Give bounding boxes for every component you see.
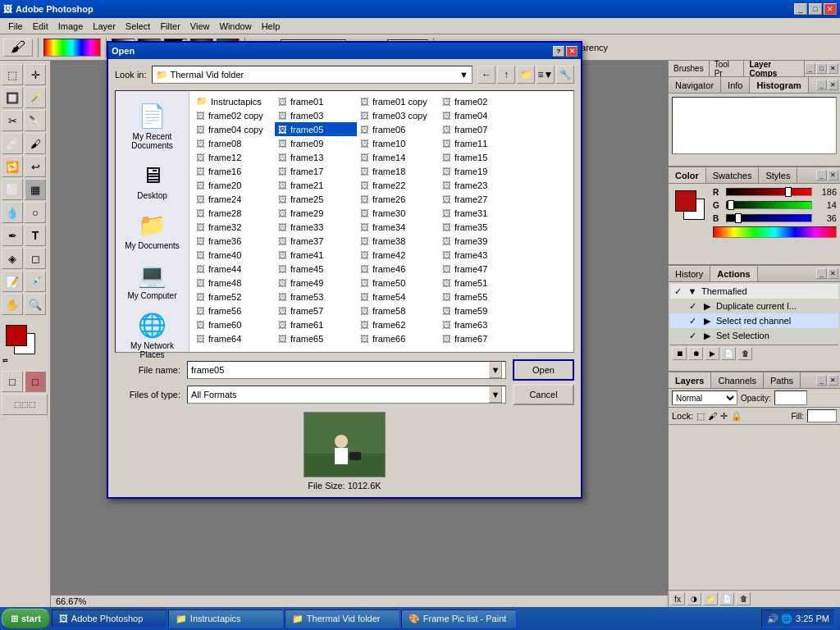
minimize-button[interactable]: _ [794,3,807,15]
hand-tool[interactable]: ✋ [2,294,23,315]
menu-file[interactable]: File [3,20,28,33]
dialog-help-btn[interactable]: ? [553,46,564,57]
lock-all-icon[interactable]: 🔒 [731,411,742,422]
history-brush[interactable]: ↩ [25,156,46,177]
dodge-tool[interactable]: ○ [25,202,46,223]
g-slider[interactable] [726,201,812,209]
file-item-frame49[interactable]: 🖼 frame49 [275,276,357,290]
action-row-1[interactable]: ✓ ▶ Duplicate current l... [670,299,838,313]
heal-tool[interactable]: 🩹 [2,133,23,154]
eyedropper-tool[interactable]: 💉 [25,271,46,292]
file-item-frame58[interactable]: 🖼 frame58 [357,304,439,317]
file-item-frame35[interactable]: 🖼 frame35 [439,220,521,234]
file-item-frame05[interactable]: 🖼 frame05 [275,122,357,136]
color-spectrum[interactable] [713,226,837,238]
file-item-frame21[interactable]: 🖼 frame21 [275,178,357,192]
delete-layer-btn[interactable]: 🗑 [736,592,751,605]
color-collapse[interactable]: _ [816,170,827,180]
histogram-close[interactable]: ✕ [828,80,838,90]
file-item-frame39[interactable]: 🖼 frame39 [439,234,521,248]
file-item-frame15[interactable]: 🖼 frame15 [439,150,521,164]
file-item-instructapics[interactable]: 📁 Instructapics [193,94,275,108]
file-item-frame56[interactable]: 🖼 frame56 [193,304,275,317]
file-item-frame27[interactable]: 🖼 frame27 [439,192,521,206]
file-item-frame01copy[interactable]: 🖼 frame01 copy [357,94,439,108]
file-item-frame17[interactable]: 🖼 frame17 [275,164,357,178]
styles-tab[interactable]: Styles [759,167,797,183]
file-item-frame65[interactable]: 🖼 frame65 [275,331,357,345]
swatches-tab[interactable]: Swatches [706,167,760,183]
swap-colors-icon[interactable]: ⇄ [2,357,8,364]
menu-select[interactable]: Select [121,20,156,33]
paths-tab[interactable]: Paths [764,372,801,388]
file-item-frame43[interactable]: 🖼 frame43 [439,248,521,262]
actions-close[interactable]: ✕ [828,268,838,279]
file-item-frame10[interactable]: 🖼 frame10 [357,136,439,150]
text-tool[interactable]: T [25,225,46,246]
magic-wand-tool[interactable]: 🪄 [25,87,46,108]
file-item-frame03copy[interactable]: 🖼 frame03 copy [357,108,439,122]
quick-mask-mode[interactable]: □ [25,371,46,392]
file-item-frame38[interactable]: 🖼 frame38 [357,234,439,248]
file-item-frame07[interactable]: 🖼 frame07 [439,122,521,136]
file-item-frame54[interactable]: 🖼 frame54 [357,290,439,304]
file-item-frame22[interactable]: 🖼 frame22 [357,178,439,192]
tool-preset-tab[interactable]: Tool Pr [710,61,745,76]
file-item-frame63[interactable]: 🖼 frame63 [439,317,521,331]
file-item-frame06[interactable]: 🖼 frame06 [357,122,439,136]
layers-blend-mode[interactable]: Normal [672,390,737,405]
file-item-frame37[interactable]: 🖼 frame37 [275,234,357,248]
panel-collapse-btn[interactable]: _ [805,63,815,74]
color-tab[interactable]: Color [669,167,706,183]
file-item-frame40[interactable]: 🖼 frame40 [193,248,275,262]
file-item-frame13[interactable]: 🖼 frame13 [275,150,357,164]
file-item-frame04copy[interactable]: 🖼 frame04 copy [193,122,275,136]
gradient-preview[interactable] [43,39,101,57]
histogram-tab[interactable]: Histogram [750,77,808,93]
recent-docs-shortcut[interactable]: 📄 My RecentDocuments [120,98,185,153]
brushes-tab[interactable]: Brushes [669,61,710,76]
file-item-frame25[interactable]: 🖼 frame25 [275,192,357,206]
layers-close[interactable]: ✕ [828,375,838,386]
info-tab[interactable]: Info [721,77,750,93]
new-folder-btn[interactable]: 📁 [517,66,535,84]
action-row-3[interactable]: ✓ ▶ Set Selection [670,328,838,343]
file-item-frame02[interactable]: 🖼 frame02 [439,94,521,108]
file-item-frame34[interactable]: 🖼 frame34 [357,220,439,234]
channels-tab[interactable]: Channels [711,372,763,388]
file-list-area[interactable]: 📁 Instructapics 🖼 frame01 🖼 frame01 copy… [189,91,573,352]
file-item-frame08[interactable]: 🖼 frame08 [193,136,275,150]
file-item-frame14[interactable]: 🖼 frame14 [357,150,439,164]
file-item-frame46[interactable]: 🖼 frame46 [357,262,439,276]
shape-tool[interactable]: ◻ [25,248,46,269]
pen-tool[interactable]: ✒ [2,225,23,246]
file-item-frame12[interactable]: 🖼 frame12 [193,150,275,164]
tool-options-icon[interactable]: 🖌 [3,39,33,57]
file-item-frame66[interactable]: 🖼 frame66 [357,331,439,345]
file-item-frame41[interactable]: 🖼 frame41 [275,248,357,262]
menu-filter[interactable]: Filter [155,20,185,33]
taskbar-photoshop[interactable]: 🖼 Adobe Photoshop [52,609,167,628]
file-item-frame30[interactable]: 🖼 frame30 [357,206,439,220]
view-btn[interactable]: ≡▼ [536,66,555,84]
file-item-frame23[interactable]: 🖼 frame23 [439,178,521,192]
file-item-frame59[interactable]: 🖼 frame59 [439,304,521,317]
actions-collapse[interactable]: _ [816,268,827,279]
marquee-tool[interactable]: ⬚ [2,64,23,85]
file-item-frame19[interactable]: 🖼 frame19 [439,164,521,178]
my-computer-shortcut[interactable]: 💻 My Computer [120,257,185,304]
menu-view[interactable]: View [185,20,215,33]
up-btn[interactable]: ↑ [497,66,515,84]
back-btn[interactable]: ← [477,66,495,84]
cancel-button[interactable]: Cancel [513,384,574,405]
layers-opacity-input[interactable] [774,390,807,405]
close-button[interactable]: ✕ [824,3,837,15]
navigator-tab[interactable]: Navigator [669,77,721,93]
r-slider[interactable] [726,188,812,196]
file-item-frame09[interactable]: 🖼 frame09 [275,136,357,150]
crop-tool[interactable]: ✂ [2,110,23,131]
screen-mode[interactable]: ⬚⬚⬚ [2,394,48,415]
file-item-frame67[interactable]: 🖼 frame67 [439,331,521,345]
file-item-frame42[interactable]: 🖼 frame42 [357,248,439,262]
file-item-frame61[interactable]: 🖼 frame61 [275,317,357,331]
